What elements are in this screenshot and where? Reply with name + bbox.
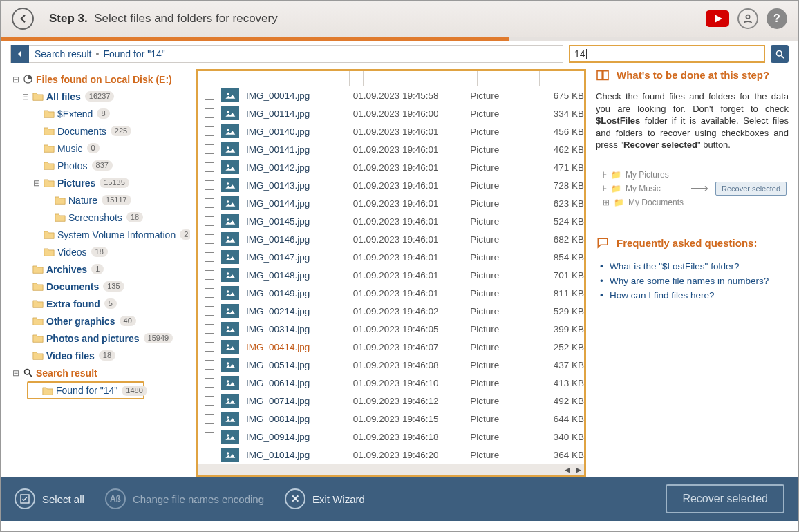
tree-item[interactable]: Nature15117 <box>10 191 190 209</box>
file-date: 01.09.2023 19:46:01 <box>353 288 471 298</box>
collapse-icon[interactable]: ⊟ <box>32 178 41 188</box>
file-checkbox[interactable] <box>205 324 214 334</box>
file-checkbox[interactable] <box>205 234 214 244</box>
breadcrumb-root[interactable]: Search result <box>35 48 91 59</box>
help-button[interactable]: ? <box>767 8 787 29</box>
footer-bar: Select all Aß Change file names encoding… <box>1 477 798 521</box>
faq-link[interactable]: How can I find files here? <box>610 288 789 303</box>
file-row[interactable]: IMG_00514.jpg01.09.2023 19:46:08Picture4… <box>198 356 584 374</box>
person-icon <box>742 13 753 24</box>
file-checkbox[interactable] <box>205 252 214 262</box>
faq-link[interactable]: Why are some file names in numbers? <box>610 274 789 288</box>
account-button[interactable] <box>737 8 758 29</box>
tree-found-for[interactable]: Found for "14" 1480 <box>27 381 144 399</box>
search-input[interactable]: 14 <box>569 45 765 63</box>
tree-item[interactable]: Screenshots18 <box>10 209 190 226</box>
file-row[interactable]: IMG_00314.jpg01.09.2023 19:46:05Picture3… <box>198 320 584 338</box>
file-row[interactable]: IMG_00147.jpg01.09.2023 19:46:01Picture8… <box>198 248 584 266</box>
tree-item[interactable]: Other graphics40 <box>10 312 190 330</box>
disk-icon <box>23 74 33 84</box>
tree-root[interactable]: ⊟ Files found on Local Disk (E:) <box>10 70 190 88</box>
faq-link[interactable]: What is the "$LostFiles" folder? <box>610 259 789 274</box>
file-row[interactable]: IMG_00141.jpg01.09.2023 19:46:01Picture4… <box>198 140 584 158</box>
file-checkbox[interactable] <box>205 162 214 172</box>
collapse-icon[interactable]: ⊟ <box>12 75 20 84</box>
exit-wizard-button[interactable]: ✕ Exit Wizard <box>285 488 365 509</box>
file-checkbox[interactable] <box>205 126 214 136</box>
file-row[interactable]: IMG_00414.jpg01.09.2023 19:46:07Picture2… <box>198 338 584 356</box>
file-checkbox[interactable] <box>205 450 214 459</box>
column-headers[interactable] <box>198 71 584 86</box>
tree-item[interactable]: ⊟Pictures15135 <box>10 174 190 191</box>
change-encoding-button[interactable]: Aß Change file names encoding <box>105 488 264 509</box>
collapse-icon[interactable]: ⊟ <box>21 92 30 102</box>
breadcrumb-back-button[interactable] <box>11 45 29 63</box>
tree-item[interactable]: System Volume Information2 <box>10 226 190 243</box>
file-row[interactable]: IMG_00614.jpg01.09.2023 19:46:10Picture4… <box>198 374 584 392</box>
file-size: 701 KB <box>532 270 584 281</box>
tree-allfiles[interactable]: ⊟ All files 16237 <box>10 88 190 105</box>
file-row[interactable]: IMG_00014.jpg01.09.2023 19:45:58Picture6… <box>198 86 584 104</box>
file-checkbox[interactable] <box>205 306 214 316</box>
file-checkbox[interactable] <box>205 288 214 298</box>
tree-item[interactable]: Photos837 <box>10 157 190 174</box>
file-row[interactable]: IMG_00714.jpg01.09.2023 19:46:12Picture4… <box>198 392 584 410</box>
file-checkbox[interactable] <box>205 396 214 406</box>
search-button[interactable] <box>771 45 789 63</box>
select-all-button[interactable]: Select all <box>15 488 84 509</box>
file-row[interactable]: IMG_00140.jpg01.09.2023 19:46:01Picture4… <box>198 122 584 140</box>
file-date: 01.09.2023 19:46:00 <box>353 108 471 119</box>
youtube-button[interactable] <box>706 10 729 27</box>
file-checkbox[interactable] <box>205 360 214 370</box>
folder-tree[interactable]: ⊟ Files found on Local Disk (E:) ⊟ All f… <box>10 69 190 477</box>
file-checkbox[interactable] <box>205 144 214 154</box>
file-list[interactable]: IMG_00014.jpg01.09.2023 19:45:58Picture6… <box>198 86 584 464</box>
breadcrumb[interactable]: Search result • Found for "14" <box>10 45 563 63</box>
picture-icon <box>221 340 239 354</box>
svg-point-14 <box>227 164 229 167</box>
file-row[interactable]: IMG_00149.jpg01.09.2023 19:46:01Picture8… <box>198 284 584 302</box>
file-checkbox[interactable] <box>205 108 214 118</box>
file-checkbox[interactable] <box>205 198 214 208</box>
tree-search-result[interactable]: ⊟ Search result <box>10 364 190 381</box>
file-checkbox[interactable] <box>205 342 214 352</box>
file-row[interactable]: IMG_00144.jpg01.09.2023 19:46:01Picture6… <box>198 194 584 212</box>
file-row[interactable]: IMG_00914.jpg01.09.2023 19:46:18Picture3… <box>198 428 584 446</box>
tree-item[interactable]: Documents225 <box>10 122 190 140</box>
tree-item[interactable]: Videos18 <box>10 243 190 260</box>
file-row[interactable]: IMG_00143.jpg01.09.2023 19:46:01Picture7… <box>198 176 584 194</box>
file-checkbox[interactable] <box>205 216 214 226</box>
file-size: 437 KB <box>532 360 584 370</box>
file-row[interactable]: IMG_00814.jpg01.09.2023 19:46:15Picture6… <box>198 410 584 428</box>
file-row[interactable]: IMG_01014.jpg01.09.2023 19:46:20Picture3… <box>198 446 584 464</box>
tree-item[interactable]: $Extend8 <box>10 105 190 122</box>
recover-selected-button[interactable]: Recover selected <box>666 484 784 513</box>
file-checkbox[interactable] <box>205 270 214 280</box>
back-button[interactable] <box>12 8 34 30</box>
tree-item[interactable]: Music0 <box>10 140 190 157</box>
file-row[interactable]: IMG_00146.jpg01.09.2023 19:46:01Picture6… <box>198 230 584 248</box>
file-row[interactable]: IMG_00145.jpg01.09.2023 19:46:01Picture5… <box>198 212 584 230</box>
file-checkbox[interactable] <box>205 378 214 388</box>
tree-item[interactable]: Archives1 <box>10 260 190 278</box>
scroll-left-icon[interactable]: ◂ <box>565 463 570 476</box>
tree-item[interactable]: Documents135 <box>10 278 190 295</box>
picture-icon <box>221 376 239 390</box>
scroll-right-icon[interactable]: ▸ <box>576 463 581 476</box>
file-row[interactable]: IMG_00114.jpg01.09.2023 19:46:00Picture3… <box>198 104 584 122</box>
file-checkbox[interactable] <box>205 432 214 441</box>
tree-item[interactable]: Video files18 <box>10 347 190 364</box>
file-row[interactable]: IMG_00142.jpg01.09.2023 19:46:01Picture4… <box>198 158 584 176</box>
file-checkbox[interactable] <box>205 180 214 190</box>
picture-icon <box>221 160 239 174</box>
file-row[interactable]: IMG_00148.jpg01.09.2023 19:46:01Picture7… <box>198 266 584 284</box>
file-checkbox[interactable] <box>205 91 214 100</box>
file-row[interactable]: IMG_00214.jpg01.09.2023 19:46:02Picture5… <box>198 302 584 320</box>
tree-item[interactable]: Photos and pictures15949 <box>10 330 190 347</box>
count-badge: 16237 <box>85 91 115 102</box>
tree-item[interactable]: Extra found5 <box>10 295 190 312</box>
file-checkbox[interactable] <box>205 414 214 424</box>
collapse-icon[interactable]: ⊟ <box>12 368 20 378</box>
horizontal-scrollbar[interactable]: ◂ ▸ <box>198 464 584 475</box>
file-size: 492 KB <box>532 396 584 406</box>
